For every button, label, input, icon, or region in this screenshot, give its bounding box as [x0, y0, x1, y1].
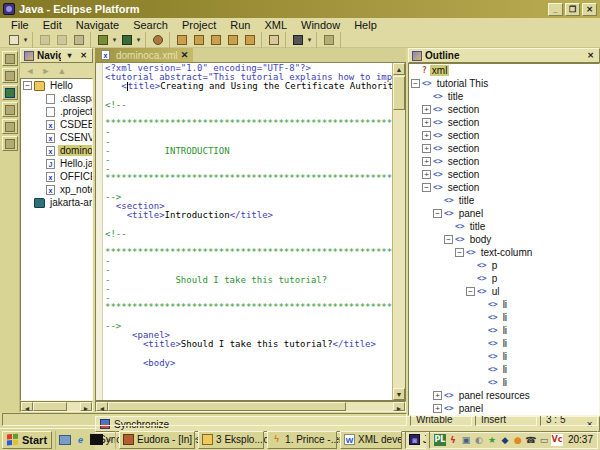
network-icon[interactable]: ▣	[460, 434, 472, 446]
go-to-package-button[interactable]	[207, 33, 224, 47]
shield-icon[interactable]: ◆	[499, 434, 511, 446]
expand-icon[interactable]: +	[422, 131, 431, 140]
navigator-menu-icon[interactable]: ▾	[64, 50, 75, 61]
navigator-item-xp-notes-xml[interactable]: xxp_notes.xml	[21, 183, 92, 196]
navigator-item-hello[interactable]: −Hello	[21, 79, 92, 92]
task-button-java-e[interactable]: ◙Java - E...	[405, 431, 426, 449]
ms-dos-prompt-icon[interactable]	[90, 434, 103, 445]
update-icon[interactable]: ◐	[473, 434, 485, 446]
outline-item-title[interactable]: <>title	[409, 194, 599, 207]
navigator-item-hello-java[interactable]: JHello.java	[21, 157, 92, 170]
type-hierarchy-button[interactable]	[190, 33, 207, 47]
restore-button[interactable]: ❐	[565, 3, 580, 16]
outline-item-xml[interactable]: ?xml	[409, 64, 599, 77]
close-button[interactable]: ✕	[582, 3, 597, 16]
outline-item-section[interactable]: +<>section	[409, 155, 599, 168]
scroll-left-icon[interactable]: ◄	[21, 402, 33, 411]
expand-icon[interactable]: +	[422, 170, 431, 179]
outline-item-p[interactable]: <>p	[409, 259, 599, 272]
print-button[interactable]	[70, 33, 87, 47]
navigator-close-icon[interactable]: ✕	[78, 50, 89, 61]
editor-hscrollbar[interactable]: ◄ ►	[95, 401, 406, 412]
outline-item-li[interactable]: <>li	[409, 298, 599, 311]
outline-item-title[interactable]: <>title	[409, 90, 599, 103]
expand-icon[interactable]: +	[422, 157, 431, 166]
navigator-item-office-xml[interactable]: xOFFICE.XML	[21, 170, 92, 183]
outline-item-panel-resources[interactable]: +<>panel resources	[409, 389, 599, 402]
task-button-3-eksplo[interactable]: 3 Eksplo...▾	[198, 431, 264, 449]
annotation-pencil-button[interactable]	[265, 33, 282, 47]
open-type-button[interactable]	[173, 33, 190, 47]
task-button-xml-devel[interactable]: WXML devel...	[340, 431, 402, 449]
internet-explorer-icon[interactable]: e	[73, 432, 88, 447]
debug-button[interactable]	[94, 33, 111, 47]
task-button-1-prince[interactable]: ϟ1. Prince -...	[267, 431, 337, 449]
navigator-hscrollbar[interactable]: ◄ ►	[20, 401, 93, 412]
collapse-icon[interactable]: −	[444, 235, 453, 244]
expand-icon[interactable]: +	[422, 144, 431, 153]
up-icon[interactable]: ▲	[55, 65, 69, 77]
editor-vscrollbar[interactable]: ▲ ▼	[392, 63, 405, 400]
java-perspective-button[interactable]	[2, 85, 18, 100]
scroll-up-icon[interactable]: ▲	[393, 63, 405, 75]
outline-item-section[interactable]: +<>section	[409, 116, 599, 129]
run-dropdown-icon[interactable]: ▾	[135, 36, 142, 44]
search-button[interactable]	[289, 33, 306, 47]
java-browsing-perspective-button[interactable]	[2, 136, 18, 151]
resource-perspective-button[interactable]	[2, 68, 18, 83]
task-button-eudora-in[interactable]: Eudora - [In]	[119, 431, 195, 449]
tab-close-icon[interactable]: ✕	[181, 50, 189, 60]
collapse-icon[interactable]: −	[433, 209, 442, 218]
menu-item-search[interactable]: Search	[126, 18, 175, 32]
debug-perspective-button[interactable]	[2, 102, 18, 117]
scroll-right-icon[interactable]: ►	[393, 402, 405, 411]
team-perspective-button[interactable]	[2, 119, 18, 134]
tab-dominoca-xml[interactable]: x dominoca.xml ✕	[95, 48, 193, 62]
outline-item-li[interactable]: <>li	[409, 350, 599, 363]
task-list-button[interactable]	[320, 33, 337, 47]
new-wizard-button[interactable]	[5, 33, 22, 47]
new-wizard-dropdown-icon[interactable]: ▾	[22, 36, 29, 44]
minimize-button[interactable]: _	[548, 3, 563, 16]
expand-icon[interactable]: +	[422, 105, 431, 114]
show-desktop-icon[interactable]	[59, 435, 71, 445]
outline-item-li[interactable]: <>li	[409, 363, 599, 376]
outline-item-p[interactable]: <>p	[409, 272, 599, 285]
navigator-item-project[interactable]: .project	[21, 105, 92, 118]
display-icon[interactable]: ▭	[538, 434, 550, 446]
code-editor[interactable]: <?xml version="1.0" encoding="UTF-8"?><t…	[103, 63, 392, 400]
outline-item-li[interactable]: <>li	[409, 376, 599, 389]
collapse-icon[interactable]: −	[455, 248, 464, 257]
outline-item-li[interactable]: <>li	[409, 337, 599, 350]
run-button[interactable]	[118, 33, 135, 47]
expand-icon[interactable]: +	[433, 391, 442, 400]
menu-item-project[interactable]: Project	[175, 18, 223, 32]
outline-item-panel[interactable]: −<>panel	[409, 207, 599, 220]
run-ant-button[interactable]	[149, 33, 166, 47]
outline-item-section[interactable]: +<>section	[409, 168, 599, 181]
debug-dropdown-icon[interactable]: ▾	[111, 36, 118, 44]
menu-item-navigate[interactable]: Navigate	[69, 18, 126, 32]
open-perspective-button[interactable]	[2, 51, 18, 66]
navigator-item-jakarta-ant[interactable]: jakarta-ant	[21, 196, 92, 209]
lightning-icon[interactable]: ϟ	[447, 434, 459, 446]
navigator-item-csdebug-xm[interactable]: xCSDEBUG.XM	[21, 118, 92, 131]
menu-item-run[interactable]: Run	[223, 18, 257, 32]
menu-item-window[interactable]: Window	[294, 18, 347, 32]
outline-close-icon[interactable]: ✕	[585, 50, 596, 61]
menu-item-edit[interactable]: Edit	[36, 18, 69, 32]
navigator-item-classpath[interactable]: .classpath	[21, 92, 92, 105]
scroll-left-icon[interactable]: ◄	[96, 402, 108, 411]
scroll-right-icon[interactable]: ►	[80, 402, 92, 411]
go-to-type-button[interactable]	[241, 33, 258, 47]
navigator-item-csenvir-xm[interactable]: xCSENVIR.XM	[21, 131, 92, 144]
open-resource-button[interactable]	[224, 33, 241, 47]
phone-icon[interactable]: ☎	[525, 434, 537, 446]
antivirus-icon[interactable]: ★	[486, 434, 498, 446]
start-button[interactable]: Start	[2, 431, 52, 449]
outline-item-panel[interactable]: +<>panel	[409, 402, 599, 415]
collapse-icon[interactable]: −	[466, 287, 475, 296]
expand-icon[interactable]: +	[433, 404, 442, 413]
outline-header[interactable]: Outline ✕	[408, 48, 600, 63]
navigator-header[interactable]: Navigator ▾ ✕	[20, 48, 93, 63]
